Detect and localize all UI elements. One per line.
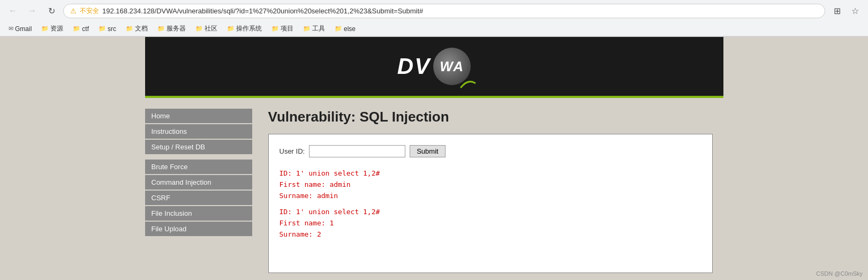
folder-icon-3: 📁 bbox=[126, 25, 133, 32]
bookmark-shequ[interactable]: 📁 社区 bbox=[192, 23, 221, 34]
vuln-box: User ID: Submit ID: 1' union select 1,2#… bbox=[268, 134, 713, 273]
bookmark-ctf[interactable]: 📁 ctf bbox=[70, 24, 92, 34]
browser-actions: ⊞ ☆ bbox=[829, 3, 863, 18]
sidebar-item-bruteforce[interactable]: Brute Force bbox=[145, 160, 252, 174]
main-content: Home Instructions Setup / Reset DB Brute… bbox=[145, 98, 723, 280]
sidebar-top-section: Home Instructions Setup / Reset DB bbox=[145, 109, 252, 154]
result1-surname-line: Surname: admin bbox=[280, 191, 701, 202]
back-button[interactable]: ← bbox=[5, 3, 20, 18]
bookmark-shequ-label: 社区 bbox=[205, 24, 217, 33]
bookmark-button[interactable]: ☆ bbox=[848, 3, 863, 18]
bookmark-ziyuan[interactable]: 📁 资源 bbox=[38, 23, 66, 34]
result2-id-line: ID: 1' union select 1,2# bbox=[280, 207, 701, 218]
watermark: CSDN @C0mSky bbox=[816, 270, 863, 277]
folder-icon-4: 📁 bbox=[157, 25, 165, 32]
result-block-2: ID: 1' union select 1,2# First name: 1 S… bbox=[280, 207, 701, 240]
result2-surname-line: Surname: 2 bbox=[280, 229, 701, 240]
bookmark-gongju-label: 工具 bbox=[312, 24, 325, 33]
result-block-1: ID: 1' union select 1,2# First name: adm… bbox=[280, 168, 701, 201]
sidebar: Home Instructions Setup / Reset DB Brute… bbox=[145, 109, 258, 273]
bookmark-else-label: else bbox=[344, 25, 356, 33]
content-area: Vulnerability: SQL Injection User ID: Su… bbox=[258, 109, 723, 273]
result1-firstname-line: First name: admin bbox=[280, 179, 701, 191]
sidebar-item-csrf[interactable]: CSRF bbox=[145, 191, 252, 205]
bookmark-ctf-label: ctf bbox=[82, 25, 89, 33]
folder-icon-0: 📁 bbox=[41, 25, 49, 32]
folder-icon-2: 📁 bbox=[99, 25, 106, 32]
folder-icon-9: 📁 bbox=[335, 25, 342, 32]
bookmark-wendang-label: 文档 bbox=[135, 24, 148, 33]
sidebar-item-home[interactable]: Home bbox=[145, 109, 252, 123]
dvwa-swoosh-icon bbox=[460, 78, 476, 88]
browser-toolbar: ← → ↻ ⚠ 不安全 ⊞ ☆ bbox=[0, 0, 868, 21]
dvwa-logo: DV WA bbox=[397, 48, 471, 85]
folder-icon-8: 📁 bbox=[303, 25, 311, 32]
dvwa-logo-wa: WA bbox=[440, 58, 464, 75]
bookmark-else[interactable]: 📁 else bbox=[331, 24, 359, 34]
bookmark-xiangmu[interactable]: 📁 项目 bbox=[268, 23, 297, 34]
address-bar: ⚠ 不安全 bbox=[63, 4, 825, 18]
gmail-icon: ✉ bbox=[9, 25, 13, 32]
sidebar-item-instructions[interactable]: Instructions bbox=[145, 124, 252, 139]
sidebar-item-fileupload[interactable]: File Upload bbox=[145, 222, 252, 236]
sidebar-item-commandinjection[interactable]: Command Injection bbox=[145, 175, 252, 190]
page-title: Vulnerability: SQL Injection bbox=[268, 109, 713, 125]
bookmark-wendang[interactable]: 📁 文档 bbox=[123, 23, 151, 34]
submit-button[interactable]: Submit bbox=[410, 145, 445, 157]
dvwa-logo-circle: WA bbox=[433, 48, 471, 85]
bookmark-ziyuan-label: 资源 bbox=[50, 24, 63, 33]
forward-button[interactable]: → bbox=[25, 3, 40, 18]
browser-chrome: ← → ↻ ⚠ 不安全 ⊞ ☆ ✉ Gmail 📁 资源 📁 ctf 📁 src bbox=[0, 0, 868, 37]
userid-input[interactable] bbox=[309, 145, 405, 157]
bookmark-src[interactable]: 📁 src bbox=[95, 24, 119, 34]
bookmark-src-label: src bbox=[108, 25, 116, 33]
folder-icon-6: 📁 bbox=[227, 25, 235, 32]
folder-icon-1: 📁 bbox=[73, 25, 80, 32]
translate-button[interactable]: ⊞ bbox=[829, 3, 844, 18]
bookmark-gmail[interactable]: ✉ Gmail bbox=[5, 24, 35, 34]
reload-button[interactable]: ↻ bbox=[44, 3, 59, 18]
site-wrapper: DV WA Home Instructions Setup / Reset DB bbox=[145, 37, 723, 280]
userid-label: User ID: bbox=[280, 147, 305, 155]
insecure-label: 不安全 bbox=[80, 6, 99, 16]
bookmark-caozuoxitong-label: 操作系统 bbox=[236, 24, 262, 33]
sidebar-item-fileinclusion[interactable]: File Inclusion bbox=[145, 206, 252, 221]
result2-firstname-line: First name: 1 bbox=[280, 218, 701, 229]
url-input[interactable] bbox=[102, 7, 818, 15]
bookmark-fuwuqi[interactable]: 📁 服务器 bbox=[154, 23, 189, 34]
result1-id-line: ID: 1' union select 1,2# bbox=[280, 168, 701, 179]
folder-icon-7: 📁 bbox=[271, 25, 279, 32]
sidebar-vuln-section: Brute Force Command Injection CSRF File … bbox=[145, 160, 252, 236]
folder-icon-5: 📁 bbox=[195, 25, 203, 32]
sidebar-item-setup[interactable]: Setup / Reset DB bbox=[145, 140, 252, 154]
security-warning-icon: ⚠ bbox=[70, 7, 77, 15]
form-row: User ID: Submit bbox=[280, 145, 701, 157]
bookmarks-bar: ✉ Gmail 📁 资源 📁 ctf 📁 src 📁 文档 📁 服务器 📁 社区 bbox=[0, 21, 868, 36]
dvwa-logo-text: DV bbox=[397, 54, 431, 79]
bookmark-gmail-label: Gmail bbox=[15, 25, 32, 33]
bookmark-gongju[interactable]: 📁 工具 bbox=[300, 23, 328, 34]
page-wrapper: DV WA Home Instructions Setup / Reset DB bbox=[0, 37, 868, 280]
bookmark-fuwuqi-label: 服务器 bbox=[167, 24, 186, 33]
dvwa-header: DV WA bbox=[145, 37, 723, 98]
bookmark-xiangmu-label: 项目 bbox=[281, 24, 293, 33]
bookmark-caozuoxitong[interactable]: 📁 操作系统 bbox=[224, 23, 265, 34]
